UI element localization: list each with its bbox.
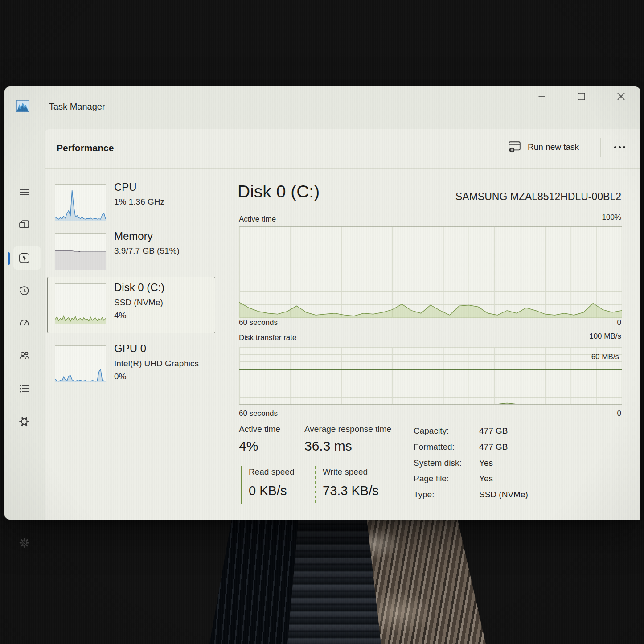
run-new-task-button[interactable]: Run new task	[505, 135, 582, 159]
maximize-icon	[578, 93, 585, 100]
minimize-icon	[538, 95, 545, 97]
header-bottom-divider	[45, 168, 640, 169]
processes-icon	[18, 219, 30, 230]
transfer-rate-chart: 60 MB/s	[239, 347, 622, 405]
page-file-label: Page file:	[414, 474, 449, 484]
axis-right-label: 0	[617, 409, 621, 418]
read-speed-value: 0 KB/s	[249, 484, 287, 498]
title-bar[interactable]: Task Manager	[4, 86, 640, 129]
formatted-value: 477 GB	[479, 442, 508, 452]
read-speed-label: Read speed	[249, 467, 294, 477]
system-disk-label: System disk:	[414, 458, 462, 468]
gpu-mini-chart	[55, 345, 106, 382]
window-title: Task Manager	[49, 102, 105, 112]
sidebar-item-performance[interactable]	[12, 248, 36, 268]
capacity-value: 477 GB	[479, 426, 508, 436]
disk-card-subtitle: SSD (NVMe)	[114, 298, 163, 308]
active-time-chart-max: 100%	[602, 213, 621, 222]
transfer-chart-label: Disk transfer rate	[239, 333, 296, 342]
active-time-axis: 60 seconds 0	[239, 318, 621, 327]
disk-card-title: Disk 0 (C:)	[114, 281, 164, 294]
content-panel: Performance Run new task CPU 1% 1.36 GHz…	[45, 129, 640, 520]
read-speed-legend-bar	[241, 466, 242, 504]
startup-apps-icon	[18, 317, 30, 328]
memory-mini-chart	[55, 233, 106, 270]
run-new-task-icon	[508, 141, 521, 153]
navigation-sidebar	[4, 129, 45, 520]
active-time-chart	[239, 226, 622, 318]
close-icon	[617, 93, 625, 100]
axis-left-label: 60 seconds	[239, 409, 278, 418]
device-model: SAMSUNG MZAL8512HDLU-00BL2	[455, 191, 621, 203]
disk-mini-chart	[55, 283, 106, 324]
type-label: Type:	[414, 490, 434, 500]
disk-card-value: 4%	[114, 311, 126, 320]
selected-indicator	[8, 252, 10, 265]
axis-left-label: 60 seconds	[239, 318, 278, 327]
hamburger-menu-icon	[18, 187, 30, 197]
transfer-chart-max: 100 MB/s	[589, 332, 621, 341]
hamburger-menu-button[interactable]	[12, 182, 36, 202]
active-time-stat-value: 4%	[239, 439, 258, 454]
details-icon	[18, 383, 30, 394]
sidebar-item-startup-apps[interactable]	[12, 312, 36, 333]
app-history-icon	[18, 285, 30, 297]
task-manager-icon	[16, 100, 29, 112]
detail-title: Disk 0 (C:)	[238, 182, 320, 201]
settings-icon	[18, 537, 30, 549]
close-button[interactable]	[611, 86, 631, 106]
performance-icon	[18, 252, 30, 264]
capacity-label: Capacity:	[414, 426, 449, 436]
run-new-task-label: Run new task	[528, 142, 579, 152]
minimize-button[interactable]	[531, 86, 552, 106]
gpu-card-subtitle: Intel(R) UHD Graphics	[114, 359, 199, 369]
sidebar-item-services[interactable]	[12, 411, 36, 432]
services-icon	[18, 416, 30, 427]
users-icon	[18, 350, 30, 362]
cpu-mini-chart	[55, 184, 106, 221]
sidebar-item-users[interactable]	[12, 346, 36, 366]
write-speed-legend-bar	[315, 466, 316, 504]
response-time-stat-label: Average response time	[304, 424, 391, 434]
active-time-chart-label: Active time	[239, 215, 276, 224]
more-options-button[interactable]	[609, 137, 630, 157]
type-value: SSD (NVMe)	[479, 490, 528, 500]
write-speed-value: 73.3 KB/s	[323, 484, 379, 498]
axis-right-label: 0	[617, 318, 621, 327]
sidebar-item-app-history[interactable]	[12, 281, 36, 301]
wallpaper-pier	[192, 518, 486, 644]
ellipsis-icon	[614, 146, 616, 148]
page-title: Performance	[57, 143, 114, 153]
formatted-label: Formatted:	[414, 442, 455, 452]
page-file-value: Yes	[479, 474, 493, 484]
transfer-axis: 60 seconds 0	[239, 409, 621, 418]
memory-card-title: Memory	[114, 230, 153, 242]
settings-button[interactable]	[12, 533, 36, 553]
system-disk-value: Yes	[479, 458, 493, 468]
write-speed-label: Write speed	[323, 467, 368, 477]
sidebar-item-details[interactable]	[12, 378, 36, 399]
desktop: Task Manager	[0, 0, 644, 644]
cpu-card-subtitle: 1% 1.36 GHz	[114, 197, 164, 207]
header-divider	[600, 138, 601, 157]
active-time-stat-label: Active time	[239, 424, 280, 434]
gpu-card-value: 0%	[114, 372, 126, 381]
gpu-card-title: GPU 0	[114, 342, 146, 355]
sidebar-item-processes[interactable]	[12, 214, 36, 235]
cpu-card-title: CPU	[114, 181, 137, 193]
response-time-stat-value: 36.3 ms	[304, 439, 352, 454]
memory-card-subtitle: 3.9/7.7 GB (51%)	[114, 246, 180, 256]
maximize-button[interactable]	[571, 86, 591, 106]
task-manager-window: Task Manager	[4, 86, 640, 520]
